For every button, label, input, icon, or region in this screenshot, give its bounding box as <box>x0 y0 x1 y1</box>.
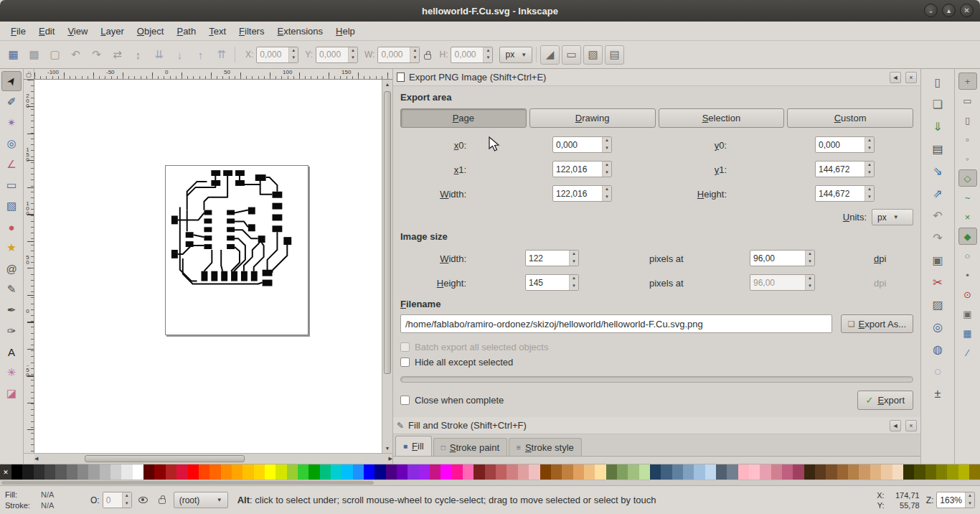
tweak-tool[interactable]: ✴ <box>1 113 22 133</box>
print-document-button[interactable]: ▤ <box>927 139 948 159</box>
spray-tool[interactable]: ✳ <box>1 363 22 383</box>
color-swatch[interactable] <box>958 464 969 480</box>
duplicate-button[interactable]: ▣ <box>927 251 948 270</box>
spin-arrows[interactable] <box>288 47 298 62</box>
fill-stroke-tab[interactable]: ■ Fill <box>395 436 432 456</box>
zoom-page-button[interactable]: ◎ <box>927 317 948 337</box>
spin-arrows[interactable] <box>122 492 131 508</box>
hide-except-checkbox[interactable] <box>400 358 410 367</box>
paste-button[interactable]: ▨ <box>927 295 948 314</box>
transform-corners-toggle[interactable]: ▭ <box>562 45 581 65</box>
color-swatch[interactable] <box>903 464 914 480</box>
color-swatch[interactable] <box>67 464 77 480</box>
color-swatch[interactable] <box>473 464 484 480</box>
scroll-left-icon[interactable] <box>34 454 38 463</box>
color-swatch[interactable] <box>782 464 793 480</box>
menu-item[interactable]: Object <box>131 23 171 39</box>
spin-arrows[interactable] <box>864 137 874 152</box>
color-swatch[interactable] <box>650 464 661 480</box>
color-swatch[interactable] <box>143 464 154 480</box>
transform-pattern-toggle[interactable]: ▤ <box>605 45 624 65</box>
rectangle-tool[interactable]: ▭ <box>1 175 22 195</box>
guide-lock-icon[interactable] <box>27 73 32 78</box>
scroll-right-icon[interactable] <box>389 454 392 463</box>
rotate-cw-icon[interactable]: ↷ <box>87 45 106 65</box>
selector-tool[interactable]: ➤ <box>1 71 22 91</box>
color-swatch[interactable] <box>232 464 242 480</box>
menu-item[interactable]: Text <box>202 23 232 39</box>
color-swatch[interactable] <box>738 464 749 480</box>
fill-stroke-tab[interactable]: ≡ Stroke style <box>509 438 582 456</box>
color-swatch[interactable] <box>463 464 473 480</box>
area-width-spinbox[interactable]: 122,016 <box>552 185 612 202</box>
dpi-width-spinbox[interactable]: 96,00 <box>750 250 815 266</box>
ruler-corner[interactable] <box>24 69 34 80</box>
snap-intersection-toggle[interactable]: × <box>958 208 977 225</box>
flip-horizontal-icon[interactable]: ⇄ <box>108 45 127 65</box>
snap-cusp-node-toggle[interactable]: ◆ <box>958 228 977 245</box>
y0-spinbox[interactable]: 0,000 <box>815 136 875 153</box>
transform-gradient-toggle[interactable]: ▧ <box>583 45 603 65</box>
color-swatch[interactable] <box>287 464 298 480</box>
spin-arrows[interactable] <box>602 137 611 152</box>
w-spinbox[interactable]: 0,000 <box>377 47 420 63</box>
transform-stroke-toggle[interactable]: ◢ <box>540 45 560 65</box>
vertical-scroll-thumb[interactable] <box>384 91 391 374</box>
color-swatch[interactable] <box>529 464 540 480</box>
spiral-tool[interactable]: @ <box>1 258 22 279</box>
color-swatch[interactable] <box>584 464 595 480</box>
horizontal-scrollbar[interactable] <box>34 453 392 464</box>
layer-visibility-icon[interactable] <box>138 497 148 503</box>
star-tool[interactable]: ★ <box>1 238 22 258</box>
color-swatch[interactable] <box>793 464 804 480</box>
area-height-spinbox[interactable]: 144,672 <box>815 185 875 202</box>
color-swatch[interactable] <box>154 464 165 480</box>
spin-arrows[interactable] <box>569 251 578 266</box>
color-swatch[interactable] <box>507 464 517 480</box>
toolbar-units-dropdown[interactable]: px▼ <box>499 47 532 63</box>
color-swatch[interactable] <box>606 464 617 480</box>
vertical-scrollbar[interactable] <box>382 80 392 453</box>
snap-guide-toggle[interactable]: ∕ <box>958 344 977 361</box>
y1-spinbox[interactable]: 144,672 <box>815 161 875 177</box>
snap-page-toggle[interactable]: ▣ <box>958 305 977 322</box>
color-swatch[interactable] <box>166 464 176 480</box>
color-swatch[interactable] <box>628 464 639 480</box>
rotate-ccw-icon[interactable]: ↶ <box>66 45 85 65</box>
color-swatch[interactable] <box>804 464 815 480</box>
color-swatch[interactable] <box>308 464 319 480</box>
vertical-ruler[interactable]: 200150100500-50 <box>24 80 34 453</box>
export-area-button[interactable]: Custom <box>787 108 913 128</box>
raise-to-top-icon[interactable]: ⇈ <box>212 45 231 65</box>
menu-item[interactable]: Edit <box>32 23 61 39</box>
export-area-button[interactable]: Selection <box>659 108 785 128</box>
color-swatch[interactable] <box>716 464 727 480</box>
color-swatch[interactable] <box>88 464 99 480</box>
color-swatch[interactable] <box>749 464 760 480</box>
import-document-button[interactable]: ⇘ <box>927 162 948 181</box>
spin-arrows[interactable] <box>602 162 611 177</box>
flip-vertical-icon[interactable]: ↕ <box>128 45 148 65</box>
no-color-swatch[interactable]: ✕ <box>0 464 11 480</box>
pen-tool[interactable]: ✒ <box>1 300 22 320</box>
select-all-layers-icon[interactable]: ▩ <box>24 45 44 65</box>
spin-arrows[interactable] <box>805 251 814 266</box>
color-swatch[interactable] <box>771 464 782 480</box>
color-swatch[interactable] <box>881 464 892 480</box>
color-swatch[interactable] <box>936 464 947 480</box>
spin-arrows[interactable] <box>410 47 419 62</box>
image-width-spinbox[interactable]: 122 <box>525 250 579 266</box>
color-swatch[interactable] <box>639 464 650 480</box>
color-swatch[interactable] <box>242 464 253 480</box>
color-swatch[interactable] <box>298 464 308 480</box>
eraser-tool[interactable]: ◪ <box>1 383 22 403</box>
canvas-viewport[interactable] <box>34 80 382 453</box>
color-swatch[interactable] <box>254 464 265 480</box>
color-swatch[interactable] <box>386 464 397 480</box>
color-swatch[interactable] <box>374 464 385 480</box>
color-swatch[interactable] <box>176 464 187 480</box>
color-swatch[interactable] <box>397 464 407 480</box>
menu-item[interactable]: Layer <box>94 23 131 39</box>
color-swatch[interactable] <box>364 464 374 480</box>
color-swatch[interactable] <box>419 464 430 480</box>
